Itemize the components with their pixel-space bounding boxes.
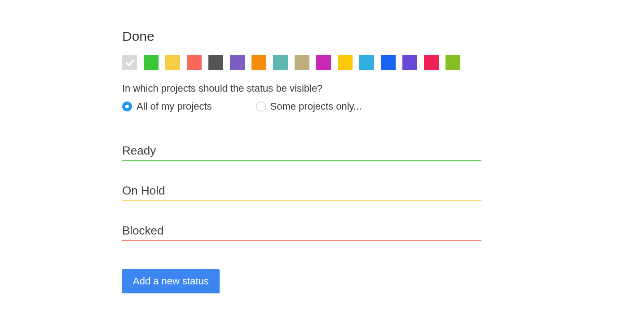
radio-button-all[interactable] — [122, 102, 132, 111]
color-swatch-violet[interactable] — [402, 55, 417, 70]
color-swatch-lime[interactable] — [446, 55, 460, 70]
radio-option-some[interactable]: Some projects only... — [256, 101, 362, 112]
visibility-radio-group: All of my projects Some projects only... — [122, 101, 481, 112]
color-swatch-pink-red[interactable] — [424, 55, 439, 70]
color-swatch-row — [122, 55, 481, 70]
color-swatch-orange[interactable] — [251, 55, 266, 70]
radio-option-all[interactable]: All of my projects — [122, 101, 212, 112]
color-swatch-gold[interactable] — [338, 55, 353, 70]
add-status-button[interactable]: Add a new status — [122, 269, 220, 293]
color-swatch-sky[interactable] — [359, 55, 374, 70]
radio-label-all: All of my projects — [137, 101, 212, 112]
color-swatch-dark-gray[interactable] — [208, 55, 223, 70]
color-swatch-magenta[interactable] — [316, 55, 331, 70]
color-swatch-green[interactable] — [144, 55, 159, 70]
color-swatch-coral[interactable] — [187, 55, 202, 70]
checkmark-icon — [125, 58, 135, 68]
status-item[interactable]: On Hold — [122, 181, 481, 201]
radio-label-some: Some projects only... — [270, 101, 362, 112]
visibility-question: In which projects should the status be v… — [122, 83, 481, 94]
radio-button-some[interactable] — [256, 102, 266, 111]
color-swatch-blue[interactable] — [381, 55, 396, 70]
status-item[interactable]: Blocked — [122, 221, 481, 241]
color-swatch-tan[interactable] — [295, 55, 309, 70]
color-swatch-purple[interactable] — [230, 55, 245, 70]
color-swatch-teal[interactable] — [273, 55, 288, 70]
existing-status-list: ReadyOn HoldBlocked — [122, 141, 481, 241]
color-swatch-yellow[interactable] — [165, 55, 180, 70]
status-name-input[interactable] — [122, 27, 481, 46]
color-swatch-none[interactable] — [122, 55, 137, 70]
status-item[interactable]: Ready — [122, 141, 481, 161]
